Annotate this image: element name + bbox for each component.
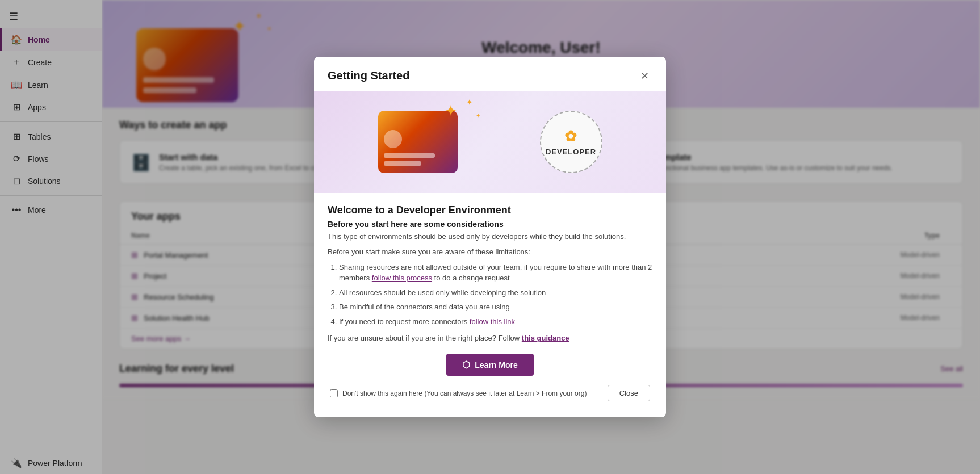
modal-footer-text: If you are unsure about if you are in th… xyxy=(328,334,652,342)
dont-show-label[interactable]: Don't show this again here (You can alwa… xyxy=(330,389,587,397)
modal-overlay: Getting Started ✕ ✦ ✦ ✦ ✿ DEVELOPER Welc… xyxy=(0,0,980,474)
modal-description: This type of environments should be used… xyxy=(328,232,652,241)
sparkle-icon: ✦ xyxy=(476,112,480,119)
learn-more-label: Learn More xyxy=(475,360,517,370)
share-icon: ⬡ xyxy=(462,359,470,370)
close-button[interactable]: Close xyxy=(608,385,650,401)
modal-close-button[interactable]: ✕ xyxy=(636,68,652,84)
developer-label: DEVELOPER xyxy=(546,148,596,156)
checkbox-text: Don't show this again here (You can alwa… xyxy=(342,389,587,397)
follow-link[interactable]: follow this link xyxy=(470,317,515,326)
list-item: All resources should be used only while … xyxy=(339,287,652,299)
footer-text-before: If you are unsure about if you are in th… xyxy=(328,334,522,342)
close-icon: ✕ xyxy=(640,70,649,82)
modal-intro: Before you start make sure you are aware… xyxy=(328,248,652,256)
learn-more-button[interactable]: ⬡ Learn More xyxy=(446,354,533,376)
sparkle-icon: ✦ xyxy=(466,98,473,107)
follow-process-link[interactable]: follow this process xyxy=(372,274,432,282)
developer-badge: ✿ DEVELOPER xyxy=(540,111,602,173)
modal-subtitle: Before you start here are some considera… xyxy=(328,220,652,229)
modal-header: Getting Started ✕ xyxy=(314,57,666,91)
list-item: Be mindful of the connectors and data yo… xyxy=(339,301,652,313)
modal-title: Getting Started xyxy=(328,69,409,82)
this-guidance-link[interactable]: this guidance xyxy=(522,334,569,342)
list-item: Sharing resources are not allowed outsid… xyxy=(339,262,652,284)
modal-illustration: ✦ ✦ ✦ ✿ DEVELOPER xyxy=(314,91,666,193)
dont-show-checkbox[interactable] xyxy=(330,389,338,397)
list-text: If you need to request more connectors xyxy=(339,317,470,326)
modal-list: Sharing resources are not allowed outsid… xyxy=(328,262,652,328)
list-item: If you need to request more connectors f… xyxy=(339,316,652,328)
checkbox-row: Don't show this again here (You can alwa… xyxy=(328,385,652,406)
list-text: to do a change request xyxy=(432,274,510,282)
learn-more-container: ⬡ Learn More xyxy=(328,354,652,376)
developer-icon: ✿ xyxy=(564,128,577,145)
modal-body: Welcome to a Developer Environment Befor… xyxy=(314,193,666,418)
getting-started-modal: Getting Started ✕ ✦ ✦ ✦ ✿ DEVELOPER Welc… xyxy=(314,57,666,418)
modal-card xyxy=(378,111,458,173)
modal-welcome-heading: Welcome to a Developer Environment xyxy=(328,204,652,216)
sparkle-icon: ✦ xyxy=(445,102,457,120)
